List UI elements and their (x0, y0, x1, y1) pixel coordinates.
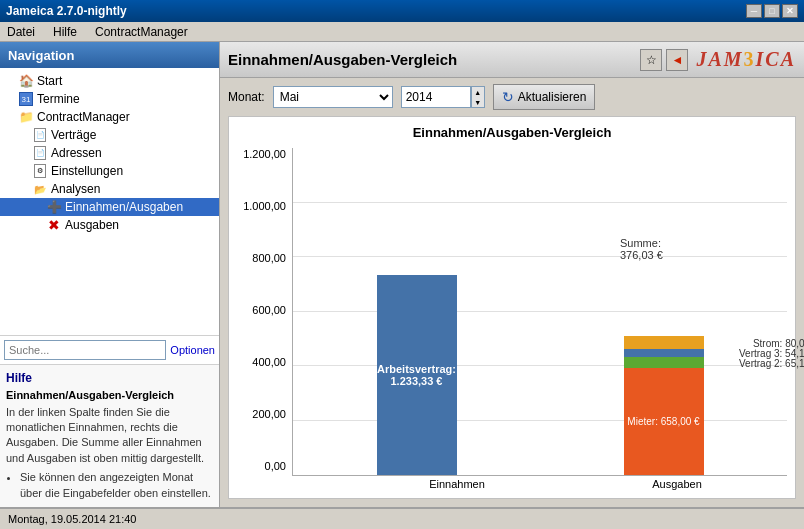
help-title: Hilfe (6, 371, 213, 385)
year-up-button[interactable]: ▲ (472, 87, 484, 97)
ausgaben-bar-wrapper: Mieter: 658,00 € Vertrag 2: 65,14 € (560, 275, 767, 475)
mieter-bar-label: Mieter: 658,00 € (627, 416, 699, 427)
toolbar: Monat: JanuarFebruarMärzApril MaiJuniJul… (220, 78, 804, 116)
y-label-200: 200,00 (252, 408, 286, 420)
v2-label: Vertrag 2: 65,14 € (739, 357, 804, 368)
minimize-button[interactable]: ─ (746, 4, 762, 18)
year-spinner: ▲ ▼ (471, 86, 485, 108)
statusbar: Montag, 19.05.2014 21:40 (0, 507, 804, 529)
content-header: Einnahmen/Ausgaben-Vergleich ☆ ◄ JAM3ICA (220, 42, 804, 78)
y-label-800: 800,00 (252, 252, 286, 264)
nav-label-einstellungen: Einstellungen (51, 164, 123, 178)
titlebar: Jameica 2.7.0-nightly ─ □ ✕ (0, 0, 804, 22)
help-list: Sie können den angezeigten Monat über di… (20, 470, 213, 501)
chart-title: Einnahmen/Ausgaben-Vergleich (237, 125, 787, 140)
nav-header: Navigation (0, 42, 219, 68)
gridline-1000 (293, 256, 787, 257)
search-input[interactable] (4, 340, 166, 360)
help-section: Hilfe Einnahmen/Ausgaben-Vergleich In de… (0, 364, 219, 507)
gear-icon: ⚙ (32, 163, 48, 179)
content-area: Einnahmen/Ausgaben-Vergleich ☆ ◄ JAM3ICA… (220, 42, 804, 507)
v3-label: Vertrag 3: 54,17 € (739, 348, 804, 359)
segment-v3: Vertrag 3: 54,17 € (624, 349, 704, 357)
einnahmen-bar: Arbeitsvertrag: 1.233,33 € (377, 275, 457, 475)
aktualisieren-button[interactable]: ↻ Aktualisieren (493, 84, 596, 110)
nav-label-contractmanager: ContractManager (37, 110, 130, 124)
green-folder-icon: 📂 (32, 181, 48, 197)
help-text: In der linken Spalte finden Sie die mona… (6, 405, 213, 467)
x-label-einnahmen: Einnahmen (347, 478, 567, 490)
menu-contractmanager[interactable]: ContractManager (92, 24, 191, 40)
y-label-1000: 1.000,00 (243, 200, 286, 212)
back-icon: ◄ (671, 53, 683, 67)
y-label-400: 400,00 (252, 356, 286, 368)
ausgaben-group: Summe: 376,03 € Mieter: 658,00 € (560, 275, 767, 475)
x-axis: Einnahmen Ausgaben (292, 476, 787, 490)
nav-label-analysen: Analysen (51, 182, 100, 196)
page-title: Einnahmen/Ausgaben-Vergleich (228, 51, 640, 68)
einnahmen-bar-wrapper: Arbeitsvertrag: 1.233,33 € (313, 275, 520, 475)
nav-label-adressen: Adressen (51, 146, 102, 160)
summe-value: 376,03 € (620, 249, 663, 261)
chart-container: Einnahmen/Ausgaben-Vergleich 1.200,00 1.… (228, 116, 796, 499)
maximize-button[interactable]: □ (764, 4, 780, 18)
search-area: Optionen (0, 335, 219, 364)
refresh-icon: ↻ (502, 89, 514, 105)
red-x-icon: ✖ (46, 217, 62, 233)
nav-label-termine: Termine (37, 92, 80, 106)
einnahmen-label: Arbeitsvertrag: 1.233,33 € (377, 363, 457, 387)
nav-label-einnahmen-ausgaben: Einnahmen/Ausgaben (65, 200, 183, 214)
aktualisieren-label: Aktualisieren (518, 90, 587, 104)
nav-item-ausgaben[interactable]: ✖ Ausgaben (0, 216, 219, 234)
nav-item-start[interactable]: 🏠 Start (0, 72, 219, 90)
monat-label: Monat: (228, 90, 265, 104)
nav-item-analysen[interactable]: 📂 Analysen (0, 180, 219, 198)
nav-item-adressen[interactable]: 📄 Adressen (0, 144, 219, 162)
summe-label: Summe: (620, 237, 661, 249)
nav-item-einstellungen[interactable]: ⚙ Einstellungen (0, 162, 219, 180)
folder-icon: 📁 (18, 109, 34, 125)
options-link[interactable]: Optionen (170, 344, 215, 356)
sidebar: Navigation 🏠 Start 31 Termine 📁 Contract… (0, 42, 220, 507)
year-input[interactable] (401, 86, 471, 108)
y-label-0: 0,00 (265, 460, 286, 472)
plus-icon: ➕ (46, 199, 62, 215)
help-list-item: Sie können den angezeigten Monat über di… (20, 470, 213, 501)
close-button[interactable]: ✕ (782, 4, 798, 18)
favorite-button[interactable]: ☆ (640, 49, 662, 71)
menu-hilfe[interactable]: Hilfe (50, 24, 80, 40)
y-axis: 1.200,00 1.000,00 800,00 600,00 400,00 2… (237, 148, 292, 490)
home-icon: 🏠 (18, 73, 34, 89)
app-title: Jameica 2.7.0-nightly (6, 4, 127, 18)
jameica-logo: JAM3ICA (696, 48, 796, 71)
header-actions: ☆ ◄ (640, 49, 688, 71)
segment-mieter: Mieter: 658,00 € (624, 368, 704, 475)
help-subtitle: Einnahmen/Ausgaben-Vergleich (6, 389, 213, 401)
ausgaben-bar-stack: Mieter: 658,00 € Vertrag 2: 65,14 € (624, 275, 704, 475)
nav-item-contractmanager[interactable]: 📁 ContractManager (0, 108, 219, 126)
nav-item-vertraege[interactable]: 📄 Verträge (0, 126, 219, 144)
bars-area: Arbeitsvertrag: 1.233,33 € Summe: 376,03… (292, 148, 787, 476)
nav-tree: 🏠 Start 31 Termine 📁 ContractManager 📄 V… (0, 68, 219, 335)
year-down-button[interactable]: ▼ (472, 97, 484, 107)
back-button[interactable]: ◄ (666, 49, 688, 71)
nav-item-einnahmen-ausgaben[interactable]: ➕ Einnahmen/Ausgaben (0, 198, 219, 216)
x-label-ausgaben: Ausgaben (567, 478, 787, 490)
menu-datei[interactable]: Datei (4, 24, 38, 40)
status-text: Montag, 19.05.2014 21:40 (8, 513, 136, 525)
logo-text: JAM3ICA (696, 48, 796, 70)
monat-select[interactable]: JanuarFebruarMärzApril MaiJuniJuliAugust… (273, 86, 393, 108)
gridline-1200 (293, 202, 787, 203)
doc-icon: 📄 (32, 127, 48, 143)
doc-icon-2: 📄 (32, 145, 48, 161)
y-label-1200: 1.200,00 (243, 148, 286, 160)
nav-item-termine[interactable]: 31 Termine (0, 90, 219, 108)
menubar: Datei Hilfe ContractManager (0, 22, 804, 42)
segment-v2: Vertrag 2: 65,14 € (624, 357, 704, 368)
calendar-icon: 31 (18, 91, 34, 107)
nav-label-ausgaben: Ausgaben (65, 218, 119, 232)
year-input-group: ▲ ▼ (401, 86, 485, 108)
chart-body: 1.200,00 1.000,00 800,00 600,00 400,00 2… (237, 148, 787, 490)
chart-area: Arbeitsvertrag: 1.233,33 € Summe: 376,03… (292, 148, 787, 490)
segment-strom: Strom: 80,00 € (624, 336, 704, 349)
